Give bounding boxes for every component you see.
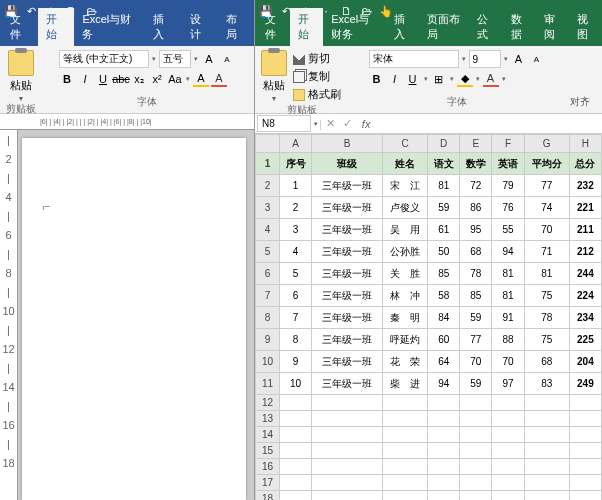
font-name-select[interactable]	[59, 50, 149, 68]
cell[interactable]	[569, 411, 601, 427]
underline-button[interactable]: U	[95, 71, 111, 87]
row-header[interactable]: 12	[256, 395, 280, 411]
cell[interactable]	[569, 459, 601, 475]
cell[interactable]	[312, 491, 383, 501]
cell[interactable]	[524, 491, 569, 501]
cell[interactable]: 6	[280, 285, 312, 307]
cell[interactable]: 81	[492, 285, 524, 307]
name-box[interactable]	[257, 115, 311, 132]
cell[interactable]: 三年级一班	[312, 241, 383, 263]
row-header[interactable]: 6	[256, 263, 280, 285]
cell[interactable]: 宋 江	[383, 175, 428, 197]
row-header[interactable]: 15	[256, 443, 280, 459]
cell[interactable]	[383, 395, 428, 411]
cell[interactable]	[524, 395, 569, 411]
cell[interactable]: 84	[428, 307, 460, 329]
cell[interactable]	[492, 411, 524, 427]
italic-button[interactable]: I	[387, 71, 403, 87]
cell[interactable]: 78	[460, 263, 492, 285]
cell[interactable]	[428, 491, 460, 501]
cell[interactable]: 三年级一班	[312, 307, 383, 329]
row-header[interactable]: 13	[256, 411, 280, 427]
tab-5[interactable]: 公式	[469, 8, 502, 46]
cell[interactable]	[569, 475, 601, 491]
tab-1[interactable]: 开始	[290, 8, 323, 46]
cell[interactable]	[383, 491, 428, 501]
cell[interactable]	[492, 459, 524, 475]
cell[interactable]: 7	[280, 307, 312, 329]
cell[interactable]	[492, 395, 524, 411]
cell[interactable]	[492, 491, 524, 501]
chevron-down-icon[interactable]: ▾	[151, 55, 157, 63]
chevron-down-icon[interactable]: ▾	[423, 75, 429, 83]
header-cell[interactable]: 英语	[492, 153, 524, 175]
cell[interactable]: 68	[460, 241, 492, 263]
fx-icon[interactable]: fx	[356, 118, 377, 130]
row-header[interactable]: 2	[256, 175, 280, 197]
superscript-button[interactable]: x²	[149, 71, 165, 87]
cell[interactable]: 77	[524, 175, 569, 197]
cell[interactable]: 70	[492, 351, 524, 373]
cell[interactable]: 三年级一班	[312, 197, 383, 219]
cell[interactable]	[524, 427, 569, 443]
cell[interactable]: 关 胜	[383, 263, 428, 285]
row-header[interactable]: 18	[256, 491, 280, 501]
cell[interactable]	[428, 475, 460, 491]
cell[interactable]	[312, 395, 383, 411]
row-header[interactable]: 11	[256, 373, 280, 395]
copy-button[interactable]: 复制	[291, 68, 343, 85]
cell[interactable]: 9	[280, 351, 312, 373]
cell[interactable]	[492, 443, 524, 459]
enter-icon[interactable]: ✓	[339, 117, 356, 130]
row-header[interactable]: 1	[256, 153, 280, 175]
row-header[interactable]: 14	[256, 427, 280, 443]
cell[interactable]: 71	[524, 241, 569, 263]
cut-button[interactable]: 剪切	[291, 50, 343, 67]
cell[interactable]: 68	[524, 351, 569, 373]
cell[interactable]: 97	[492, 373, 524, 395]
font-size-select[interactable]	[469, 50, 501, 68]
worksheet-grid[interactable]: ABCDEFGH1序号班级姓名语文数学英语平均分总分21三年级一班宋 江8172…	[255, 134, 602, 500]
cell[interactable]: 95	[460, 219, 492, 241]
tab-1[interactable]: 开始	[38, 8, 74, 46]
cell[interactable]: 三年级一班	[312, 219, 383, 241]
format-painter-button[interactable]: 格式刷	[291, 86, 343, 103]
cell[interactable]: 75	[524, 329, 569, 351]
cell[interactable]: 10	[280, 373, 312, 395]
cell[interactable]	[428, 411, 460, 427]
cell[interactable]: 2	[280, 197, 312, 219]
cell[interactable]	[569, 443, 601, 459]
cell[interactable]	[569, 491, 601, 501]
cell[interactable]	[312, 443, 383, 459]
cell[interactable]: 225	[569, 329, 601, 351]
strike-button[interactable]: abc	[113, 71, 129, 87]
cell[interactable]	[312, 475, 383, 491]
header-cell[interactable]: 序号	[280, 153, 312, 175]
tab-0[interactable]: 文件	[2, 8, 38, 46]
cell[interactable]: 81	[492, 263, 524, 285]
col-header[interactable]	[256, 135, 280, 153]
cell[interactable]: 59	[460, 373, 492, 395]
row-header[interactable]: 7	[256, 285, 280, 307]
cell[interactable]	[280, 395, 312, 411]
text-effects-button[interactable]: Aa	[167, 71, 183, 87]
cell[interactable]: 花 荣	[383, 351, 428, 373]
cell[interactable]: 三年级一班	[312, 373, 383, 395]
cell[interactable]	[460, 427, 492, 443]
shrink-font-icon[interactable]: A	[219, 51, 235, 67]
header-cell[interactable]: 数学	[460, 153, 492, 175]
cell[interactable]: 三年级一班	[312, 351, 383, 373]
shrink-font-icon[interactable]: A	[529, 51, 545, 67]
cell[interactable]: 232	[569, 175, 601, 197]
font-name-select[interactable]	[369, 50, 459, 68]
cell[interactable]: 91	[492, 307, 524, 329]
cell[interactable]	[383, 459, 428, 475]
horizontal-ruler[interactable]: |6| | |4| | |2| | | | |2| | |4| | |6| | …	[0, 114, 254, 130]
cell[interactable]: 77	[460, 329, 492, 351]
col-header[interactable]: F	[492, 135, 524, 153]
cell[interactable]: 卢俊义	[383, 197, 428, 219]
cell[interactable]	[569, 395, 601, 411]
col-header[interactable]: G	[524, 135, 569, 153]
cell[interactable]: 林 冲	[383, 285, 428, 307]
cell[interactable]: 4	[280, 241, 312, 263]
